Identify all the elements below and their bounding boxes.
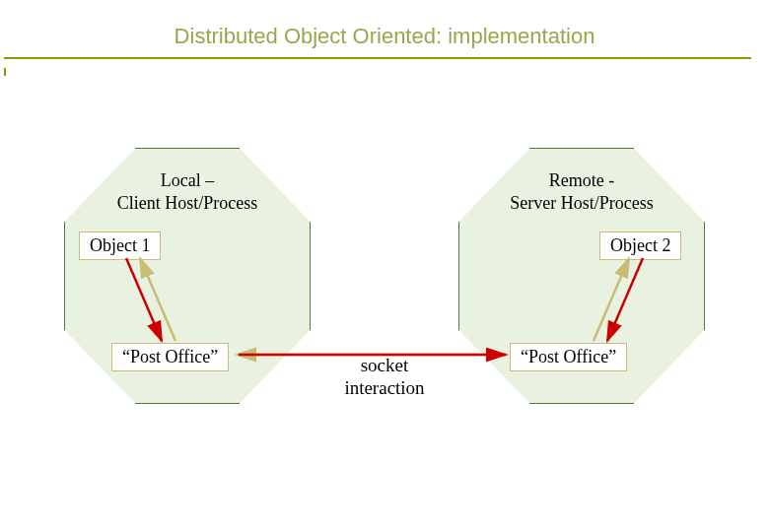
remote-host-label: Remote - Server Host/Process — [458, 169, 705, 214]
post-office-left-box: “Post Office” — [111, 343, 229, 371]
object2-box: Object 2 — [599, 232, 681, 260]
post-office-right-box: “Post Office” — [510, 343, 627, 371]
left-accent-bar — [4, 68, 6, 76]
page-title: Distributed Object Oriented: implementat… — [0, 0, 769, 57]
local-host-line2: Client Host/Process — [117, 193, 258, 213]
remote-host-line1: Remote - — [549, 170, 614, 190]
local-host-line1: Local – — [161, 170, 214, 190]
local-host-label: Local – Client Host/Process — [64, 169, 311, 214]
remote-host-line2: Server Host/Process — [510, 193, 653, 213]
socket-interaction-label: socket interaction — [320, 355, 449, 400]
socket-line1: socket — [361, 355, 409, 375]
object1-box: Object 1 — [79, 232, 161, 260]
title-divider — [4, 57, 751, 59]
socket-line2: interaction — [344, 377, 424, 398]
slide: Distributed Object Oriented: implementat… — [0, 0, 769, 532]
